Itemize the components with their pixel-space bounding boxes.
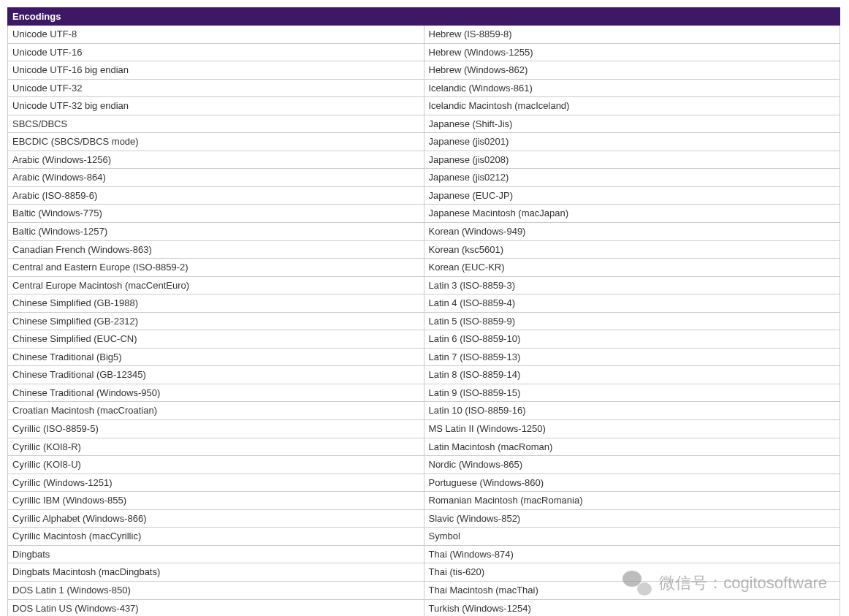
- encoding-cell-right: Hebrew (IS-8859-8): [424, 26, 840, 44]
- encoding-cell-right: Slavic (Windows-852): [424, 509, 840, 528]
- encoding-cell-left: Central and Eastern Europe (ISO-8859-2): [8, 259, 424, 277]
- encoding-cell-right: Japanese (jis0208): [424, 151, 840, 169]
- encoding-cell-left: Chinese Traditional (GB-12345): [8, 366, 424, 384]
- table-row: Cyrillic (Windows-1251)Portuguese (Windo…: [8, 474, 840, 492]
- encoding-cell-right: Latin 9 (ISO-8859-15): [424, 384, 840, 402]
- encoding-cell-left: Chinese Simplified (EUC-CN): [8, 330, 424, 349]
- encoding-cell-right: Icelandic Macintosh (macIceland): [424, 97, 840, 115]
- encoding-cell-right: Portuguese (Windows-860): [424, 474, 840, 492]
- encoding-cell-right: Latin 6 (ISO-8859-10): [424, 330, 840, 349]
- encoding-cell-left: Cyrillic (ISO-8859-5): [8, 420, 424, 438]
- table-row: Dingbats Macintosh (macDingbats)Thai (ti…: [8, 563, 840, 582]
- table-row: Unicode UTF-32 big endianIcelandic Macin…: [8, 97, 840, 115]
- encoding-cell-left: Arabic (Windows-1256): [8, 151, 424, 169]
- encoding-cell-left: SBCS/DBCS: [8, 115, 424, 133]
- encoding-cell-left: Arabic (Windows-864): [8, 169, 424, 187]
- encoding-cell-left: Canadian French (Windows-863): [8, 240, 424, 259]
- table-row: Chinese Simplified (EUC-CN)Latin 6 (ISO-…: [8, 330, 840, 349]
- encoding-cell-right: Korean (EUC-KR): [424, 259, 840, 277]
- table-row: Baltic (Windows-775)Japanese Macintosh (…: [8, 205, 840, 223]
- encoding-cell-right: Japanese (Shift-Jis): [424, 115, 840, 133]
- encoding-cell-left: Baltic (Windows-775): [8, 205, 424, 223]
- table-row: Unicode UTF-8Hebrew (IS-8859-8): [8, 26, 840, 44]
- encoding-cell-right: Hebrew (Windows-862): [424, 61, 840, 80]
- table-row: Cyrillic (KOI8-R)Latin Macintosh (macRom…: [8, 438, 840, 456]
- table-row: Croatian Macintosh (macCroatian)Latin 10…: [8, 402, 840, 420]
- table-row: Cyrillic IBM (Windows-855)Romanian Macin…: [8, 492, 840, 510]
- encoding-cell-left: Central Europe Macintosh (macCentEuro): [8, 276, 424, 294]
- encoding-cell-left: Chinese Traditional (Windows-950): [8, 384, 424, 402]
- table-row: Unicode UTF-32Icelandic (Windows-861): [8, 79, 840, 97]
- encoding-cell-left: Unicode UTF-16 big endian: [8, 61, 424, 80]
- encoding-cell-right: Romanian Macintosh (macRomania): [424, 492, 840, 510]
- encoding-cell-left: Chinese Simplified (GB-2312): [8, 312, 424, 330]
- encoding-cell-left: Dingbats Macintosh (macDingbats): [8, 563, 424, 582]
- table-row: Chinese Traditional (Windows-950)Latin 9…: [8, 384, 840, 402]
- encoding-cell-left: Unicode UTF-32: [8, 79, 424, 97]
- table-row: DOS Latin US (Windows-437)Turkish (Windo…: [8, 599, 840, 616]
- encoding-cell-left: Cyrillic IBM (Windows-855): [8, 492, 424, 510]
- encoding-cell-right: Hebrew (Windows-1255): [424, 43, 840, 61]
- encoding-cell-left: EBCDIC (SBCS/DBCS mode): [8, 133, 424, 151]
- encoding-cell-left: Cyrillic (KOI8-U): [8, 456, 424, 474]
- table-row: Unicode UTF-16Hebrew (Windows-1255): [8, 43, 840, 61]
- table-header: Encodings: [8, 8, 840, 26]
- encoding-cell-right: Latin 7 (ISO-8859-13): [424, 348, 840, 366]
- table-row: Cyrillic (KOI8-U)Nordic (Windows-865): [8, 456, 840, 474]
- encoding-cell-right: Japanese (jis0212): [424, 169, 840, 187]
- encoding-cell-left: Dingbats: [8, 545, 424, 563]
- encoding-cell-right: Turkish (Windows-1254): [424, 599, 840, 616]
- table-row: Central and Eastern Europe (ISO-8859-2)K…: [8, 259, 840, 277]
- table-row: Canadian French (Windows-863)Korean (ksc…: [8, 240, 840, 259]
- encoding-cell-right: Korean (ksc5601): [424, 240, 840, 259]
- encoding-cell-right: Japanese Macintosh (macJapan): [424, 205, 840, 223]
- table-row: Baltic (Windows-1257)Korean (Windows-949…: [8, 223, 840, 241]
- encoding-cell-left: Unicode UTF-8: [8, 26, 424, 44]
- encoding-cell-left: Cyrillic Alphabet (Windows-866): [8, 509, 424, 528]
- encoding-cell-right: Icelandic (Windows-861): [424, 79, 840, 97]
- encoding-cell-left: DOS Latin 1 (Windows-850): [8, 581, 424, 599]
- table-row: Unicode UTF-16 big endianHebrew (Windows…: [8, 61, 840, 80]
- encoding-cell-right: Latin 5 (ISO-8859-9): [424, 312, 840, 330]
- encoding-cell-left: Cyrillic (Windows-1251): [8, 474, 424, 492]
- table-row: Central Europe Macintosh (macCentEuro)La…: [8, 276, 840, 294]
- table-row: Arabic (Windows-1256)Japanese (jis0208): [8, 151, 840, 169]
- encoding-cell-left: Croatian Macintosh (macCroatian): [8, 402, 424, 420]
- table-row: Cyrillic Macintosh (macCyrillic)Symbol: [8, 528, 840, 546]
- encoding-cell-right: Japanese (EUC-JP): [424, 186, 840, 205]
- encoding-cell-right: Latin Macintosh (macRoman): [424, 438, 840, 456]
- table-row: Arabic (Windows-864)Japanese (jis0212): [8, 169, 840, 187]
- encoding-cell-left: Chinese Traditional (Big5): [8, 348, 424, 366]
- table-row: SBCS/DBCSJapanese (Shift-Jis): [8, 115, 840, 133]
- encoding-cell-right: Thai (Windows-874): [424, 545, 840, 563]
- encodings-table: Encodings Unicode UTF-8Hebrew (IS-8859-8…: [7, 7, 840, 616]
- table-row: Chinese Traditional (Big5)Latin 7 (ISO-8…: [8, 348, 840, 366]
- encoding-cell-right: Symbol: [424, 528, 840, 546]
- encoding-cell-left: Unicode UTF-32 big endian: [8, 97, 424, 115]
- encoding-cell-right: Japanese (jis0201): [424, 133, 840, 151]
- encoding-cell-left: Chinese Simplified (GB-1988): [8, 294, 424, 313]
- encoding-cell-left: Baltic (Windows-1257): [8, 223, 424, 241]
- encoding-cell-left: Arabic (ISO-8859-6): [8, 186, 424, 205]
- encoding-cell-right: MS Latin II (Windows-1250): [424, 420, 840, 438]
- encoding-cell-right: Latin 4 (ISO-8859-4): [424, 294, 840, 313]
- encoding-cell-right: Latin 8 (ISO-8859-14): [424, 366, 840, 384]
- encoding-cell-left: DOS Latin US (Windows-437): [8, 599, 424, 616]
- encoding-cell-right: Thai (tis-620): [424, 563, 840, 582]
- table-body: Unicode UTF-8Hebrew (IS-8859-8)Unicode U…: [8, 26, 840, 617]
- encoding-cell-right: Korean (Windows-949): [424, 223, 840, 241]
- table-row: Chinese Simplified (GB-2312)Latin 5 (ISO…: [8, 312, 840, 330]
- table-row: DOS Latin 1 (Windows-850)Thai Macintosh …: [8, 581, 840, 599]
- table-row: Chinese Simplified (GB-1988)Latin 4 (ISO…: [8, 294, 840, 313]
- table-row: Chinese Traditional (GB-12345)Latin 8 (I…: [8, 366, 840, 384]
- encoding-cell-left: Cyrillic Macintosh (macCyrillic): [8, 528, 424, 546]
- encoding-cell-left: Unicode UTF-16: [8, 43, 424, 61]
- table-row: Cyrillic Alphabet (Windows-866)Slavic (W…: [8, 509, 840, 528]
- table-row: Arabic (ISO-8859-6)Japanese (EUC-JP): [8, 186, 840, 205]
- table-row: EBCDIC (SBCS/DBCS mode)Japanese (jis0201…: [8, 133, 840, 151]
- encoding-cell-left: Cyrillic (KOI8-R): [8, 438, 424, 456]
- encoding-cell-right: Latin 10 (ISO-8859-16): [424, 402, 840, 420]
- encoding-cell-right: Latin 3 (ISO-8859-3): [424, 276, 840, 294]
- encoding-cell-right: Thai Macintosh (macThai): [424, 581, 840, 599]
- table-row: Cyrillic (ISO-8859-5)MS Latin II (Window…: [8, 420, 840, 438]
